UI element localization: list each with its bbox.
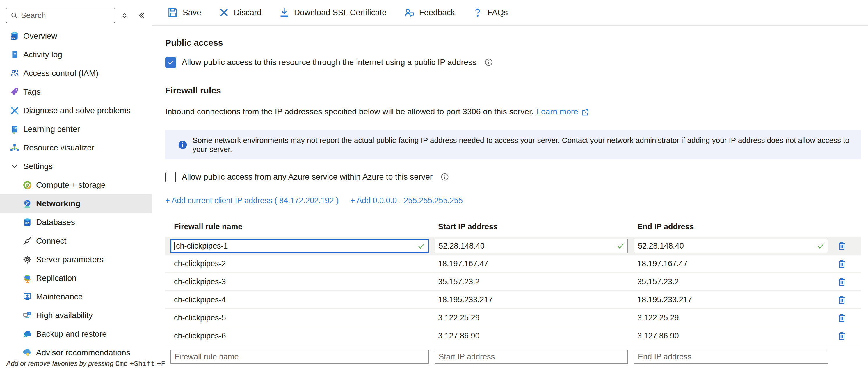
rule-name-cell: ch-clickpipes-2 — [165, 259, 424, 268]
new-start-ip-input[interactable] — [435, 349, 628, 364]
column-header-start-ip: Start IP address — [429, 222, 623, 232]
sidebar-item-tags[interactable]: Tags — [0, 83, 152, 101]
azure-networking-page: My Overview Activity log Access control … — [0, 0, 868, 369]
table-row-editing — [165, 237, 861, 255]
column-header-rule-name: Firewall rule name — [165, 222, 424, 232]
maintenance-monitor-icon — [22, 291, 33, 302]
diagnose-tools-icon — [9, 105, 20, 116]
sidebar-item-connect[interactable]: Connect — [0, 232, 152, 250]
learning-book-icon: 101 — [9, 124, 20, 134]
new-end-ip-input[interactable] — [634, 349, 828, 364]
trash-icon — [837, 241, 847, 251]
sidebar-item-label: Settings — [23, 162, 53, 171]
azure-services-row: Allow public access from any Azure servi… — [165, 171, 861, 183]
sidebar-item-label: Access control (IAM) — [23, 69, 98, 78]
sidebar-item-label: Diagnose and solve problems — [23, 106, 131, 115]
discard-x-icon — [218, 7, 230, 18]
sidebar-item-high-availability[interactable]: High availability — [0, 306, 152, 325]
table-row: ch-clickpipes-2 18.197.167.47 18.197.167… — [165, 255, 861, 273]
sidebar-item-label: Connect — [36, 236, 66, 246]
download-icon — [278, 7, 290, 18]
sidebar-item-maintenance[interactable]: Maintenance — [0, 287, 152, 306]
table-row: ch-clickpipes-5 3.122.25.29 3.122.25.29 — [165, 309, 861, 328]
tag-icon — [9, 87, 20, 97]
delete-rule-button[interactable] — [835, 257, 848, 271]
download-ssl-button[interactable]: Download SSL Certificate — [278, 7, 386, 18]
sidebar-item-label: Server parameters — [36, 255, 103, 264]
search-input[interactable] — [21, 11, 111, 20]
collapse-all-icon[interactable] — [119, 9, 130, 21]
network-info-banner: Some network environments may not report… — [165, 130, 861, 159]
sidebar-item-replication[interactable]: Replication — [0, 269, 152, 287]
discard-button[interactable]: Discard — [218, 7, 261, 18]
sidebar-item-overview[interactable]: My Overview — [0, 27, 152, 45]
high-availability-icon — [22, 310, 33, 321]
rule-name-cell: ch-clickpipes-6 — [165, 332, 424, 340]
start-ip-cell: 18.197.167.47 — [429, 259, 623, 268]
firewall-description-text: Inbound connections from the IP addresse… — [165, 107, 533, 116]
save-icon — [167, 7, 179, 18]
sidebar-item-learning-center[interactable]: 101 Learning center — [0, 120, 152, 139]
sidebar-item-compute-storage[interactable]: $ Compute + storage — [0, 176, 152, 194]
delete-rule-button[interactable] — [835, 293, 848, 307]
sidebar-item-networking[interactable]: Networking — [0, 194, 152, 213]
plug-icon — [22, 236, 33, 246]
sidebar-item-resource-visualizer[interactable]: Resource visualizer — [0, 139, 152, 157]
search-box[interactable] — [6, 7, 115, 23]
compute-storage-icon: $ — [22, 180, 33, 190]
sidebar-item-diagnose[interactable]: Diagnose and solve problems — [0, 101, 152, 120]
end-ip-input[interactable] — [634, 239, 828, 253]
advisor-cloud-medal-icon — [22, 347, 33, 358]
collapse-menu-icon[interactable] — [135, 9, 147, 21]
sidebar-item-settings-group[interactable]: Settings — [0, 157, 152, 176]
search-icon — [10, 11, 19, 20]
firewall-rules-heading: Firewall rules — [165, 86, 861, 95]
sidebar-item-backup-restore[interactable]: Backup and restore — [0, 325, 152, 343]
firewall-description: Inbound connections from the IP addresse… — [165, 107, 861, 116]
external-link-icon — [581, 107, 589, 116]
sidebar-item-databases[interactable]: DB Databases — [0, 213, 152, 232]
rule-name-input[interactable] — [170, 239, 429, 253]
svg-text:DB: DB — [25, 221, 29, 225]
allow-public-access-checkbox[interactable] — [165, 57, 176, 68]
sidebar-item-advisor[interactable]: Advisor recommendations — [0, 343, 152, 362]
gear-icon — [22, 254, 33, 265]
networking-pane: Save Discard Download SSL Certificate Fe… — [152, 0, 868, 369]
iam-people-icon — [9, 68, 20, 79]
public-access-heading: Public access — [165, 38, 861, 48]
text-caret — [174, 242, 175, 250]
trash-icon — [837, 277, 847, 287]
learn-more-link[interactable]: Learn more — [536, 107, 578, 116]
sidebar-item-access-control[interactable]: Access control (IAM) — [0, 64, 152, 83]
networking-globe-icon — [22, 198, 33, 209]
info-icon[interactable] — [484, 58, 493, 67]
add-client-ip-link[interactable]: + Add current client IP address ( 84.172… — [165, 196, 339, 205]
sidebar-item-label: Advisor recommendations — [36, 348, 130, 357]
azure-services-label: Allow public access from any Azure servi… — [182, 172, 433, 182]
end-ip-cell: 35.157.23.2 — [629, 277, 823, 286]
sidebar-item-label: Databases — [36, 218, 75, 227]
info-banner-text: Some network environments may not report… — [192, 136, 861, 154]
faqs-button[interactable]: FAQs — [472, 7, 508, 18]
azure-services-checkbox[interactable] — [165, 172, 176, 182]
start-ip-input[interactable] — [435, 239, 628, 253]
sidebar-item-label: High availability — [36, 311, 93, 320]
new-rule-name-input[interactable] — [170, 349, 429, 364]
start-ip-cell: 3.127.86.90 — [429, 332, 623, 340]
end-ip-cell: 3.127.86.90 — [629, 332, 823, 340]
add-all-range-link[interactable]: + Add 0.0.0.0 - 255.255.255.255 — [350, 196, 463, 205]
delete-rule-button[interactable] — [835, 311, 848, 325]
delete-rule-button[interactable] — [835, 275, 848, 289]
chevron-down-icon — [9, 161, 20, 172]
rule-name-cell: ch-clickpipes-4 — [165, 296, 424, 304]
discard-label: Discard — [234, 8, 261, 17]
delete-rule-button[interactable] — [835, 239, 848, 253]
end-ip-cell: 3.122.25.29 — [629, 313, 823, 322]
save-button[interactable]: Save — [167, 7, 201, 18]
feedback-button[interactable]: Feedback — [403, 7, 455, 18]
trash-icon — [837, 313, 847, 323]
sidebar-item-activity-log[interactable]: Activity log — [0, 45, 152, 64]
info-icon[interactable] — [440, 172, 450, 182]
sidebar-item-server-parameters[interactable]: Server parameters — [0, 250, 152, 269]
delete-rule-button[interactable] — [835, 330, 848, 343]
